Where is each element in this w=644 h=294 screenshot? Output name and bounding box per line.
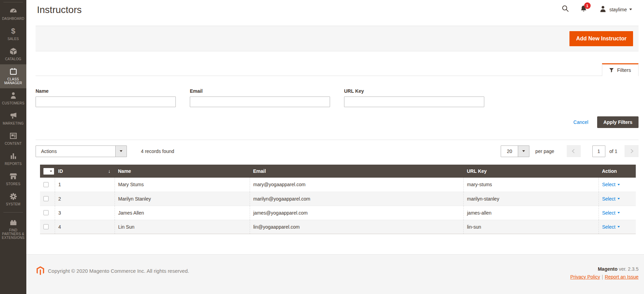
per-page-value: 20 bbox=[501, 146, 518, 157]
content-icon bbox=[9, 132, 17, 140]
grid-toolbar: Actions 4 records found 20 per page of 1 bbox=[36, 145, 639, 157]
column-header-id[interactable]: ID ↓ bbox=[55, 165, 115, 178]
cell-name: Lin Sun bbox=[115, 220, 250, 234]
sales-icon: $ bbox=[11, 27, 15, 35]
system-icon bbox=[9, 192, 17, 201]
header-actions: 1 staylime bbox=[562, 5, 632, 14]
column-header-url-key[interactable]: URL Key bbox=[463, 165, 599, 178]
sidebar-item-sales[interactable]: $ SALES bbox=[0, 24, 26, 44]
footer: Copyright © 2020 Magento Commerce Inc. A… bbox=[26, 254, 644, 294]
stores-icon bbox=[9, 172, 17, 180]
sidebar-item-reports[interactable]: REPORTS bbox=[0, 149, 26, 169]
page-content: Add New Instructor Filters Name Email bbox=[26, 23, 644, 234]
user-icon bbox=[599, 5, 607, 14]
cell-email: mary@yogaapparel.com bbox=[250, 178, 463, 192]
per-page-label: per page bbox=[535, 149, 554, 154]
cell-name: Mary Stums bbox=[115, 178, 250, 192]
sidebar-item-stores[interactable]: STORES bbox=[0, 169, 26, 189]
next-page-button[interactable] bbox=[625, 145, 639, 157]
page-title: Instructors bbox=[37, 4, 82, 15]
pagination-controls: 20 per page of 1 bbox=[501, 145, 639, 157]
sidebar-item-marketing[interactable]: MARKETING bbox=[0, 108, 26, 129]
sidebar-item-dashboard[interactable]: DASHBOARD bbox=[0, 4, 26, 24]
cell-url-key: james-allen bbox=[463, 206, 599, 220]
sidebar-item-label: STORES bbox=[6, 182, 20, 186]
dashboard-icon bbox=[9, 7, 17, 15]
filter-field-email: Email bbox=[190, 88, 330, 107]
cell-url-key: lin-sun bbox=[463, 220, 599, 234]
select-label: Select bbox=[602, 224, 616, 230]
link-separator: | bbox=[602, 274, 603, 280]
catalog-icon bbox=[9, 47, 17, 55]
sidebar-item-find-partners-extensions[interactable]: FIND PARTNERS & EXTENSIONS bbox=[0, 215, 26, 243]
cell-id: 2 bbox=[55, 192, 115, 206]
search-icon[interactable] bbox=[562, 5, 569, 14]
url-key-filter-input[interactable] bbox=[344, 97, 484, 107]
sidebar-item-label: FIND PARTNERS & EXTENSIONS bbox=[1, 228, 26, 240]
filters-tab[interactable]: Filters bbox=[602, 63, 639, 76]
name-filter-input[interactable] bbox=[36, 97, 176, 107]
table-row: 2 Marilyn Stanley marilyn@yogaapparel.co… bbox=[40, 192, 636, 206]
column-header-name[interactable]: Name bbox=[115, 165, 250, 178]
filters-actions: Cancel Apply Filters bbox=[36, 116, 639, 128]
chevron-down-icon bbox=[50, 170, 52, 172]
column-header-action[interactable]: Action bbox=[599, 165, 636, 178]
sidebar-item-system[interactable]: SYSTEM bbox=[0, 189, 26, 209]
row-select-menu[interactable]: Select bbox=[602, 196, 620, 202]
filter-funnel-icon bbox=[609, 67, 614, 73]
page-header: Instructors 1 staylime bbox=[26, 0, 644, 23]
user-menu[interactable]: staylime bbox=[599, 5, 632, 14]
sidebar-item-label: CUSTOMERS bbox=[2, 101, 25, 105]
table-row: 3 James Allen james@yogaapparel.com jame… bbox=[40, 206, 636, 220]
sidebar-item-customers[interactable]: CUSTOMERS bbox=[0, 88, 26, 108]
email-filter-label: Email bbox=[190, 88, 330, 94]
name-filter-label: Name bbox=[36, 88, 176, 94]
row-checkbox[interactable] bbox=[43, 224, 49, 229]
actions-select-value: Actions bbox=[36, 146, 115, 157]
sidebar-item-label: MARKETING bbox=[3, 122, 24, 125]
row-checkbox[interactable] bbox=[43, 182, 49, 187]
report-issue-link[interactable]: Report an Issue bbox=[605, 274, 639, 280]
page-number-input[interactable] bbox=[592, 145, 605, 157]
row-checkbox[interactable] bbox=[43, 196, 49, 201]
sidebar-item-class-manager[interactable]: CLASS MANAGER bbox=[0, 64, 26, 88]
notifications-button[interactable]: 1 bbox=[580, 5, 588, 14]
cancel-filters-link[interactable]: Cancel bbox=[574, 119, 589, 125]
apply-filters-button[interactable]: Apply Filters bbox=[597, 116, 639, 128]
cell-email: lin@yogaapparel.com bbox=[250, 220, 463, 234]
cell-id: 4 bbox=[55, 220, 115, 234]
email-filter-input[interactable] bbox=[190, 97, 330, 107]
previous-page-button[interactable] bbox=[567, 145, 581, 157]
class-manager-icon bbox=[9, 67, 17, 76]
username: staylime bbox=[609, 7, 627, 12]
select-label: Select bbox=[602, 210, 616, 216]
sidebar-item-content[interactable]: CONTENT bbox=[0, 129, 26, 149]
row-select-menu[interactable]: Select bbox=[602, 210, 620, 216]
actions-select[interactable]: Actions bbox=[36, 145, 127, 157]
column-header-label: ID bbox=[58, 168, 63, 174]
filters-panel: Name Email URL Key Cancel Apply F bbox=[36, 76, 639, 140]
chevron-down-icon bbox=[618, 198, 620, 199]
select-all-checkbox[interactable] bbox=[43, 168, 54, 175]
sidebar-item-label: DASHBOARD bbox=[2, 17, 24, 21]
privacy-policy-link[interactable]: Privacy Policy bbox=[570, 274, 600, 280]
filter-field-url-key: URL Key bbox=[344, 88, 484, 107]
row-checkbox[interactable] bbox=[43, 210, 49, 215]
chevron-left-icon bbox=[572, 149, 576, 153]
cell-id: 1 bbox=[55, 178, 115, 192]
column-header-email[interactable]: Email bbox=[250, 165, 463, 178]
chevron-down-icon bbox=[115, 146, 127, 157]
sidebar-item-catalog[interactable]: CATALOG bbox=[0, 44, 26, 64]
sidebar-item-label: CATALOG bbox=[5, 57, 22, 61]
customers-icon bbox=[9, 91, 17, 100]
per-page-select[interactable]: 20 bbox=[501, 145, 529, 157]
notification-badge: 1 bbox=[584, 2, 591, 9]
sidebar-item-label: CONTENT bbox=[5, 142, 22, 145]
chevron-down-icon bbox=[518, 146, 529, 157]
filter-field-name: Name bbox=[36, 88, 176, 107]
row-select-menu[interactable]: Select bbox=[602, 224, 620, 230]
add-new-instructor-button[interactable]: Add New Instructor bbox=[569, 31, 633, 46]
main-panel: Instructors 1 staylime bbox=[26, 0, 644, 294]
row-select-menu[interactable]: Select bbox=[602, 182, 620, 187]
footer-right: Magento ver. 2.3.5 Privacy Policy|Report… bbox=[570, 266, 639, 280]
